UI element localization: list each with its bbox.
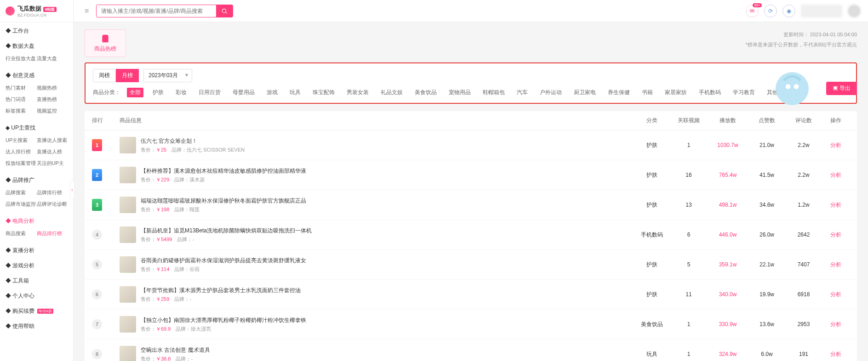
analyze-link[interactable]: 分析	[830, 321, 841, 327]
month-select[interactable]: 2023年03月	[143, 69, 192, 82]
category-item[interactable]: 户外运动	[537, 88, 565, 97]
table-row: 6【年货节抢购】溪木源男士护肤品套装男士水乳洗面奶三件套控油售价：￥259 品牌…	[85, 280, 857, 310]
category-item[interactable]: 护肤	[150, 88, 166, 97]
nav-group-1[interactable]: ◆ 数据大盘	[0, 38, 73, 53]
nav-group-9[interactable]: ◆ 个人中心	[0, 288, 73, 303]
user-name[interactable]	[801, 5, 842, 17]
logo[interactable]: 飞瓜数据 B站版 BZ.FEIGUA.CN	[0, 0, 73, 23]
product-thumb[interactable]	[120, 346, 136, 361]
category-item[interactable]: 书籍	[639, 88, 656, 97]
nav-item[interactable]: 品牌排行榜	[37, 187, 68, 198]
category-item[interactable]: 日用百货	[196, 88, 223, 97]
nav-item[interactable]: UP主搜索	[6, 135, 37, 146]
search-icon	[221, 8, 228, 14]
analyze-link[interactable]: 分析	[830, 172, 841, 178]
category-item[interactable]: 玩具	[287, 88, 303, 97]
nav-group-11[interactable]: ◆ 使用帮助	[0, 318, 73, 333]
category-item[interactable]: 游戏	[264, 88, 280, 97]
product-thumb[interactable]	[120, 316, 136, 333]
table-row: 2【朴梓推荐】溪木源愈创木祛痘精华油皮敏感肌修护控油面部精华液售价：￥229 品…	[85, 160, 857, 190]
product-thumb[interactable]	[120, 286, 136, 303]
nav-group-10[interactable]: ◆ 购买续费 年付6折	[0, 303, 73, 318]
product-thumb[interactable]	[120, 256, 136, 273]
table-row: 5谷雨美白奶罐修护面霜补水保湿滋润护肤品提亮去黄淡斑舒缓乳液女售价：￥114 品…	[85, 250, 857, 280]
nav-item[interactable]: 直播热榜	[37, 94, 68, 105]
help-icon[interactable]: ⟳	[764, 5, 777, 17]
product-title[interactable]: 空碗出水 古法创意 魔术道具	[141, 346, 210, 354]
cell-comments: 6918	[785, 291, 822, 298]
messages-icon[interactable]: ✉99+	[746, 5, 759, 17]
nav-item[interactable]: 品牌市场监控	[6, 198, 37, 210]
hamburger-icon[interactable]: ≡	[81, 7, 92, 15]
product-thumb[interactable]	[120, 226, 136, 243]
nav-item[interactable]: 达人排行榜	[6, 146, 37, 158]
category-item[interactable]: 养生保健	[605, 88, 633, 97]
export-button[interactable]: ▣ 导出	[826, 82, 857, 95]
product-title[interactable]: 【年货节抢购】溪木源男士护肤品套装男士水乳洗面奶三件套控油	[141, 287, 301, 294]
hot-rank-card[interactable]: 商品热榜	[85, 29, 126, 57]
nav-item[interactable]: 热门词语	[6, 94, 37, 105]
category-item[interactable]: 男装女装	[344, 88, 371, 97]
product-thumb[interactable]	[120, 137, 136, 153]
nav-item[interactable]: 直播达人搜索	[37, 135, 68, 146]
analyze-link[interactable]: 分析	[830, 231, 841, 238]
category-item[interactable]: 手机数码	[696, 88, 724, 97]
support-icon[interactable]: ◉	[782, 5, 795, 17]
search-input[interactable]	[97, 5, 216, 17]
nav-group-6[interactable]: ◆ 直播分析	[0, 242, 73, 257]
nav-group-5[interactable]: ◆ 电商分析	[0, 213, 73, 228]
analyze-link[interactable]: 分析	[830, 142, 841, 148]
product-thumb[interactable]	[120, 167, 136, 183]
nav-item[interactable]: 商品搜索	[6, 228, 37, 239]
category-item[interactable]: 汽车	[514, 88, 531, 97]
category-item[interactable]: 美食饮品	[412, 88, 440, 97]
cell-videos: 5	[670, 261, 707, 268]
category-item[interactable]: 其他	[764, 88, 781, 97]
period-tab-month[interactable]: 月榜	[116, 69, 139, 82]
nav-group-2[interactable]: ◆ 创意灵感	[0, 67, 73, 82]
product-title[interactable]: 【朴梓推荐】溪木源愈创木祛痘精华油皮敏感肌修护控油面部精华液	[141, 167, 306, 175]
product-title[interactable]: 福瑞达颐莲嘭嘭霜玻尿酸补水保湿修护秋冬面霜护肤官方旗舰店正品	[141, 197, 306, 205]
category-item[interactable]: 彩妆	[173, 88, 189, 97]
nav-item[interactable]: 标签搜索	[6, 105, 37, 117]
nav-item[interactable]: 热门素材	[6, 82, 37, 94]
analyze-link[interactable]: 分析	[830, 261, 841, 268]
product-title[interactable]: 【独立小包】南国徐大漂亮厚椰乳粉椰子粉椰奶椰汁粉冲饮生椰拿铁	[141, 316, 306, 324]
nav-item[interactable]: 视频监控	[37, 105, 68, 117]
analyze-link[interactable]: 分析	[830, 202, 841, 208]
nav-item[interactable]: 关注的UP主	[37, 158, 68, 169]
nav-item[interactable]: 投放结案管理	[6, 158, 37, 169]
product-thumb[interactable]	[120, 197, 136, 213]
nav-item[interactable]: 视频热榜	[37, 82, 68, 94]
nav-item[interactable]: 品牌评论诊断	[37, 198, 68, 210]
category-item[interactable]: 珠宝配饰	[310, 88, 337, 97]
nav-item[interactable]: 行业投放大盘	[6, 53, 37, 64]
product-title[interactable]: 谷雨美白奶罐修护面霜补水保湿滋润护肤品提亮去黄淡斑舒缓乳液女	[141, 257, 306, 265]
category-item[interactable]: 家居家纺	[662, 88, 690, 97]
nav-group-7[interactable]: ◆ 游戏分析	[0, 257, 73, 272]
nav-item[interactable]: 品牌搜索	[6, 187, 37, 198]
sidebar-collapse[interactable]: ‹	[70, 180, 74, 199]
analyze-link[interactable]: 分析	[830, 351, 841, 357]
product-title[interactable]: 伍六七 官方众筹企划！	[141, 137, 245, 145]
category-item[interactable]: 鞋帽箱包	[480, 88, 508, 97]
nav-group-4[interactable]: ◆ 品牌推广	[0, 172, 73, 187]
product-title[interactable]: 【新品机皇】追觅M13Beta洗地机除菌除螨快烘双贴边吸拖洗扫一体机	[141, 227, 312, 235]
rank-badge: 8	[92, 349, 102, 359]
nav-item[interactable]: 流量大盘	[37, 53, 68, 64]
search-button[interactable]	[216, 5, 233, 17]
period-tab-week[interactable]: 周榜	[93, 69, 116, 82]
nav-item[interactable]: 商品排行榜	[37, 228, 68, 239]
nav-group-0[interactable]: ◆ 工作台	[0, 23, 73, 38]
category-item[interactable]: 厨卫家电	[571, 88, 599, 97]
category-item[interactable]: 母婴用品	[230, 88, 257, 97]
category-item[interactable]: 礼品文娱	[378, 88, 405, 97]
nav-item[interactable]: 直播达人榜	[37, 146, 68, 158]
analyze-link[interactable]: 分析	[830, 291, 841, 298]
nav-group-8[interactable]: ◆ 工具箱	[0, 272, 73, 288]
category-item[interactable]: 宠物用品	[446, 88, 474, 97]
category-item[interactable]: 学习教育	[730, 88, 758, 97]
avatar[interactable]	[848, 5, 861, 17]
nav-group-3[interactable]: ◆ UP主查找	[0, 119, 73, 135]
category-item[interactable]: 全部	[127, 88, 143, 97]
